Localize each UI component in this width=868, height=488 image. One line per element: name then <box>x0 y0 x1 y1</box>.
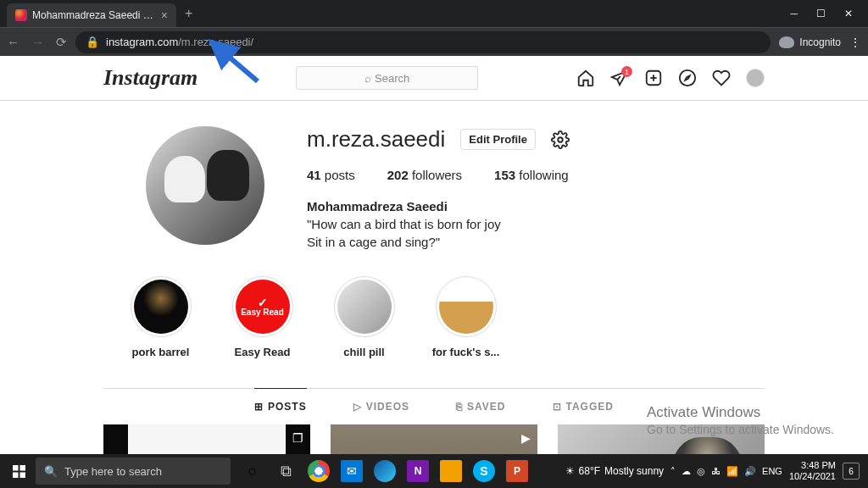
taskbar-search[interactable]: 🔍 Type here to search <box>36 458 231 485</box>
onedrive-icon[interactable]: ☁ <box>682 466 691 477</box>
taskbar: 🔍 Type here to search ○ ⧉ ✉ N S P ☀ 68°F… <box>0 454 868 488</box>
maximize-icon[interactable]: ☐ <box>816 8 826 19</box>
chrome-icon[interactable] <box>308 460 330 482</box>
svg-point-7 <box>558 137 563 142</box>
video-icon: ▶ <box>521 431 531 445</box>
profile-avatar[interactable] <box>146 126 264 245</box>
sun-icon: ☀ <box>565 465 575 477</box>
clock[interactable]: 3:48 PM 10/24/2021 <box>789 460 836 482</box>
activity-icon[interactable] <box>712 69 731 87</box>
address-bar: ← → ⟳ 🔒 instagram.com/m.reza.saeedi/ Inc… <box>0 27 868 56</box>
instagram-favicon <box>15 9 27 21</box>
cortana-icon[interactable]: ○ <box>237 456 268 486</box>
edge-icon[interactable] <box>374 460 396 482</box>
minimize-icon[interactable]: ─ <box>790 8 798 19</box>
posts-stat: 41 posts <box>307 168 355 182</box>
task-view-icon[interactable]: ⧉ <box>270 456 301 486</box>
settings-icon[interactable] <box>551 130 570 149</box>
browser-tab[interactable]: Mohammadreza Saeedi (@m.rez… × <box>7 3 176 27</box>
instagram-logo[interactable]: Instagram <box>103 65 198 91</box>
highlight-item[interactable]: Easy Read Easy Read <box>226 276 298 358</box>
post-thumbnail[interactable]: ❐ <box>103 424 310 454</box>
following-stat[interactable]: 153 following <box>494 168 569 182</box>
incognito-indicator[interactable]: Incognito <box>779 36 841 48</box>
action-center-icon[interactable]: 6 <box>843 463 860 480</box>
svg-rect-9 <box>19 465 25 471</box>
language-indicator[interactable]: ENG <box>762 466 782 476</box>
incognito-icon <box>779 36 794 48</box>
search-icon: 🔍 <box>44 465 58 478</box>
tab-title: Mohammadreza Saeedi (@m.rez… <box>32 9 156 21</box>
highlight-item[interactable]: pork barrel <box>125 276 197 358</box>
new-tab-button[interactable]: + <box>185 6 192 21</box>
volume-icon[interactable]: 🔊 <box>744 466 756 477</box>
tab-posts[interactable]: ⊞POSTS <box>254 388 307 424</box>
browser-menu-icon[interactable]: ⋮ <box>849 36 861 49</box>
weather-widget[interactable]: ☀ 68°F Mostly sunny <box>565 465 665 477</box>
lock-icon: 🔒 <box>86 36 99 48</box>
profile-bio: Mohammadreza Saeedi "How can a bird that… <box>307 197 765 251</box>
powerpoint-icon[interactable]: P <box>506 460 528 482</box>
reload-icon[interactable]: ⟳ <box>56 35 67 50</box>
app-icon[interactable] <box>440 460 462 482</box>
tab-tagged[interactable]: ⊡TAGGED <box>553 389 614 424</box>
url-input[interactable]: 🔒 instagram.com/m.reza.saeedi/ <box>75 31 771 53</box>
messenger-icon[interactable]: 1 <box>610 69 629 87</box>
windows-watermark: Activate Windows Go to Settings to activ… <box>647 403 834 437</box>
post-thumbnail[interactable]: ▶ <box>331 424 537 454</box>
carousel-icon: ❐ <box>292 431 303 445</box>
notification-badge: 1 <box>621 66 632 77</box>
svg-rect-8 <box>13 465 19 471</box>
chevron-up-icon[interactable]: ˄ <box>670 466 676 477</box>
tab-bar: Mohammadreza Saeedi (@m.rez… × + ─ ☐ ✕ <box>0 0 868 27</box>
highlight-item[interactable]: chill pill <box>328 276 400 358</box>
search-input[interactable]: ⌕ Search <box>296 66 478 90</box>
tab-videos[interactable]: ▷VIDEOS <box>353 389 409 424</box>
tab-saved[interactable]: ⎘SAVED <box>456 389 505 424</box>
instagram-header: Instagram ⌕ Search 1 <box>0 56 868 101</box>
network-icon[interactable]: 🖧 <box>711 466 721 476</box>
location-icon[interactable]: ◎ <box>697 466 705 477</box>
close-tab-icon[interactable]: × <box>161 8 168 22</box>
highlight-item[interactable]: for fuck's s... <box>430 276 502 358</box>
explore-icon[interactable] <box>678 69 697 87</box>
svg-marker-6 <box>685 75 690 80</box>
home-icon[interactable] <box>576 69 595 87</box>
mail-icon[interactable]: ✉ <box>341 460 363 482</box>
edit-profile-button[interactable]: Edit Profile <box>460 129 536 150</box>
skype-icon[interactable]: S <box>473 460 495 482</box>
followers-stat[interactable]: 202 followers <box>387 168 462 182</box>
forward-icon[interactable]: → <box>31 35 44 49</box>
back-icon[interactable]: ← <box>7 35 19 49</box>
close-window-icon[interactable]: ✕ <box>844 8 853 19</box>
wifi-icon[interactable]: 📶 <box>726 466 738 477</box>
svg-point-5 <box>680 70 695 86</box>
onenote-icon[interactable]: N <box>407 460 429 482</box>
start-button[interactable] <box>3 456 34 486</box>
svg-rect-11 <box>19 472 25 478</box>
search-icon: ⌕ <box>364 72 371 85</box>
username: m.reza.saeedi <box>307 126 445 152</box>
profile-avatar-small[interactable] <box>746 69 765 87</box>
new-post-icon[interactable] <box>644 69 663 87</box>
svg-rect-10 <box>13 472 19 478</box>
